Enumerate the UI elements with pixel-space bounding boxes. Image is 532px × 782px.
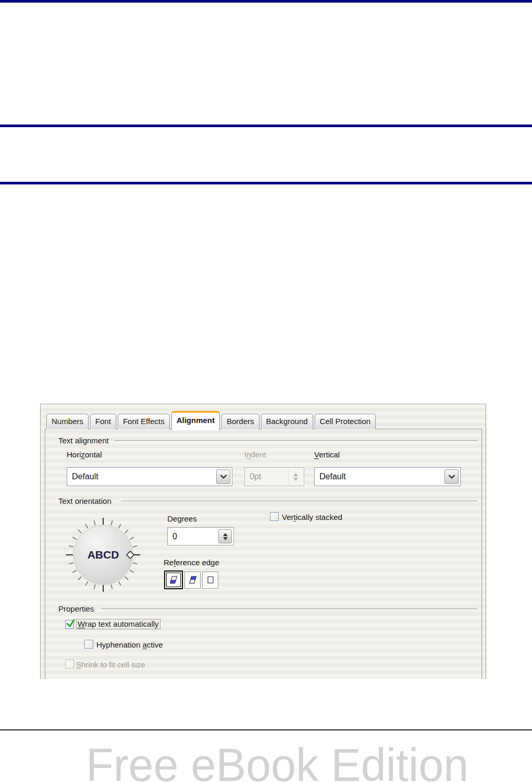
degrees-value: 0 xyxy=(172,532,218,541)
tab-font-effects[interactable]: Font Effects xyxy=(118,414,170,429)
horizontal-select[interactable]: Default xyxy=(67,467,232,486)
ref-edge-inside-icon xyxy=(205,575,216,585)
dial-sample-text: ABCD xyxy=(88,549,119,561)
note-bottom-rule xyxy=(0,182,532,184)
shrink-to-fit-label: Shrink to fit cell size xyxy=(76,660,145,669)
ref-edge-inside-cell-button[interactable] xyxy=(202,572,218,589)
ref-edge-lower-border-button[interactable] xyxy=(164,570,183,589)
hyphenation-label: Hyphenation active xyxy=(96,640,163,649)
group-separator xyxy=(101,609,477,609)
tab-borders[interactable]: Borders xyxy=(221,414,259,429)
chevron-down-icon[interactable] xyxy=(444,469,459,484)
wrap-text-checkbox[interactable] xyxy=(65,620,74,629)
wrap-text-label: Wrap text automatically xyxy=(76,619,160,628)
spinner-up-icon xyxy=(293,473,298,476)
check-icon xyxy=(66,618,76,628)
reference-edge-label: Reference edge xyxy=(164,558,219,567)
spinner-down-icon xyxy=(293,478,298,481)
horizontal-select-value: Default xyxy=(72,472,216,481)
vertical-select-value: Default xyxy=(319,472,444,481)
tab-numbers[interactable]: Numbers xyxy=(46,414,89,429)
indent-field: 0pt xyxy=(244,467,304,486)
shrink-to-fit-checkbox xyxy=(65,660,74,668)
vertically-stacked-label: Vertically stacked xyxy=(282,513,342,522)
ref-edge-upper-icon xyxy=(188,575,198,585)
reference-edge-buttons xyxy=(164,570,218,589)
format-cells-dialog: Numbers Font Font Effects Alignment Bord… xyxy=(40,404,486,679)
hyphenation-checkbox[interactable] xyxy=(84,640,93,649)
tab-cell-protection[interactable]: Cell Protection xyxy=(315,414,376,429)
spinner-down-icon xyxy=(223,537,228,540)
dialog-tab-bar: Numbers Font Font Effects Alignment Bord… xyxy=(46,412,377,429)
horizontal-label: Horizontal xyxy=(67,450,102,459)
vertically-stacked-checkbox[interactable] xyxy=(270,512,279,521)
group-label-properties: Properties xyxy=(58,604,94,613)
group-separator xyxy=(121,501,477,501)
group-label-text-alignment: Text alignment xyxy=(58,436,109,445)
footer-rule xyxy=(0,729,532,730)
spinner-up-icon xyxy=(223,533,228,536)
tab-font[interactable]: Font xyxy=(90,414,116,429)
free-ebook-edition-watermark: Free eBook Edition xyxy=(86,738,468,782)
group-label-text-orientation: Text orientation xyxy=(58,496,112,505)
ref-edge-lower-icon xyxy=(168,575,179,585)
vertical-select[interactable]: Default xyxy=(314,467,461,486)
indent-value: 0pt xyxy=(250,472,288,481)
vertical-label: Vertical xyxy=(314,450,340,459)
rotation-dial[interactable]: ABCD xyxy=(61,517,145,594)
group-separator xyxy=(115,440,477,441)
ref-edge-upper-border-button[interactable] xyxy=(184,572,201,589)
degrees-spinner[interactable] xyxy=(218,529,232,543)
tab-background[interactable]: Background xyxy=(261,414,313,429)
indent-spinner xyxy=(288,469,302,484)
tab-alignment[interactable]: Alignment xyxy=(171,411,220,430)
ebook-page: { "page": { "watermark": "Free eBook Edi… xyxy=(0,0,532,782)
indent-label: Indent xyxy=(244,450,266,459)
degrees-label: Degrees xyxy=(167,514,197,523)
degrees-spinbox[interactable]: 0 xyxy=(167,527,234,545)
top-navy-rule xyxy=(0,0,532,3)
note-top-rule xyxy=(0,125,532,127)
chevron-down-icon[interactable] xyxy=(216,469,230,484)
